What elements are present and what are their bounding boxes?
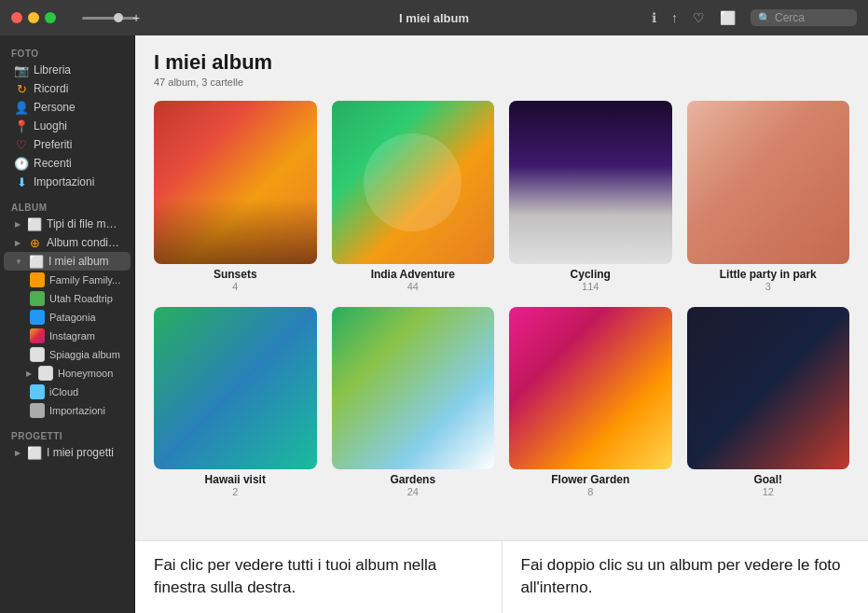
search-box[interactable]: 🔍 xyxy=(751,9,857,26)
sidebar-label-family: Family Family... xyxy=(49,274,120,286)
album-count-gardens: 24 xyxy=(332,486,495,497)
album-thumbnail-party xyxy=(687,101,850,264)
photo-icon: 📷 xyxy=(15,63,28,77)
album-thumb-utah xyxy=(30,291,45,306)
album-item-flower[interactable]: Flower Garden 8 xyxy=(509,307,672,498)
places-icon: 📍 xyxy=(15,119,28,132)
mediatype-icon: ⬜ xyxy=(28,217,41,230)
sidebar-item-ricordi[interactable]: ↻ Ricordi xyxy=(4,79,131,98)
zoom-slider[interactable]: + xyxy=(82,10,140,25)
sidebar-item-shared[interactable]: ▶ ⊕ Album condivisi xyxy=(4,233,131,252)
sidebar-item-family[interactable]: Family Family... xyxy=(4,271,131,289)
sidebar-label-spiaggia: Spiaggia album xyxy=(49,349,120,360)
sidebar-label-patagonia: Patagonia xyxy=(49,312,96,323)
section-foto-label: Foto xyxy=(0,43,134,61)
album-item-cycling[interactable]: Cycling 114 xyxy=(509,101,672,292)
album-item-sunsets[interactable]: Sunsets 4 xyxy=(154,101,317,292)
album-count-sunsets: 4 xyxy=(154,281,317,292)
sidebar-item-spiaggia[interactable]: Spiaggia album xyxy=(4,345,131,364)
chevron-down-icon: ▼ xyxy=(15,258,22,266)
titlebar-actions: ℹ ↑ ♡ ⬜ 🔍 xyxy=(652,9,857,26)
sidebar-item-libreria[interactable]: 📷 Libreria xyxy=(4,61,131,79)
sidebar-label-importazioni-foto: Importazioni xyxy=(34,175,123,188)
annotations-bar: Fai clic per vedere tutti i tuoi album n… xyxy=(135,540,868,613)
favorite-icon[interactable]: ♡ xyxy=(693,10,705,25)
slider-thumb[interactable] xyxy=(114,13,123,22)
sidebar-label-luoghi: Luoghi xyxy=(34,119,123,132)
annotation-left: Fai clic per vedere tutti i tuoi album n… xyxy=(135,541,503,613)
album-thumbnail-gardens xyxy=(332,307,495,470)
add-album-icon[interactable]: ⬜ xyxy=(720,10,736,25)
section-album-label: Album xyxy=(0,197,134,215)
sidebar-item-patagonia[interactable]: Patagonia xyxy=(4,308,131,327)
sidebar: Foto 📷 Libreria ↻ Ricordi 👤 Persone 📍 Lu… xyxy=(0,35,135,613)
annotation-right: Fai doppio clic su un album per vedere l… xyxy=(503,541,869,613)
album-name-gardens: Gardens xyxy=(332,473,495,486)
album-thumbnail-goal xyxy=(687,307,850,470)
sidebar-item-miei-album[interactable]: ▼ ⬜ I miei album xyxy=(4,252,131,271)
album-item-goal[interactable]: Goal! 12 xyxy=(687,307,850,498)
album-item-party[interactable]: Little party in park 3 xyxy=(687,101,850,292)
album-thumb-spiaggia xyxy=(30,347,45,362)
search-input[interactable] xyxy=(775,11,849,24)
sidebar-item-preferiti[interactable]: ♡ Preferiti xyxy=(4,135,131,154)
projects-icon: ⬜ xyxy=(28,446,41,459)
album-thumbnail-flower xyxy=(509,307,672,470)
album-item-gardens[interactable]: Gardens 24 xyxy=(332,307,495,498)
album-thumb-importazioni xyxy=(30,403,45,418)
sidebar-label-instagram: Instagram xyxy=(49,330,95,341)
people-icon: 👤 xyxy=(15,101,28,114)
album-thumb-family xyxy=(30,272,45,287)
sidebar-label-miei-album: I miei album xyxy=(48,255,123,268)
album-count-hawaii: 2 xyxy=(154,486,317,497)
album-item-hawaii[interactable]: Hawaii visit 2 xyxy=(154,307,317,498)
sidebar-label-progetti: I miei progetti xyxy=(47,446,123,459)
album-name-india: India Adventure xyxy=(332,268,495,281)
chevron-right-icon2: ▶ xyxy=(15,239,21,247)
sidebar-item-importazioni-foto[interactable]: ⬇ Importazioni xyxy=(4,173,131,191)
close-button[interactable] xyxy=(11,12,22,23)
main-layout: Foto 📷 Libreria ↻ Ricordi 👤 Persone 📍 Lu… xyxy=(0,35,868,613)
album-count-party: 3 xyxy=(687,281,850,292)
sidebar-label-shared: Album condivisi xyxy=(47,236,123,249)
info-icon[interactable]: ℹ xyxy=(652,10,656,25)
album-name-cycling: Cycling xyxy=(509,268,672,281)
sidebar-label-recenti: Recenti xyxy=(34,157,123,170)
album-thumb-honeymoon xyxy=(38,366,53,381)
shared-album-icon: ⊕ xyxy=(28,236,41,249)
sidebar-item-icloud[interactable]: iCloud xyxy=(4,383,131,401)
share-icon[interactable]: ↑ xyxy=(671,10,678,25)
recents-icon: 🕐 xyxy=(15,157,28,170)
my-albums-icon: ⬜ xyxy=(30,255,43,268)
sidebar-item-instagram[interactable]: Instagram xyxy=(4,327,131,345)
sidebar-item-progetti[interactable]: ▶ ⬜ I miei progetti xyxy=(4,443,131,462)
album-grid: Sunsets 4 India Adventure 44 Cycling 114 xyxy=(154,101,849,497)
album-thumb-instagram xyxy=(30,328,45,343)
fullscreen-button[interactable] xyxy=(45,12,56,23)
slider-track xyxy=(82,17,138,20)
traffic-lights xyxy=(11,12,56,23)
window-title: I miei album xyxy=(399,11,469,25)
sidebar-label-utah: Utah Roadtrip xyxy=(49,293,113,304)
minimize-button[interactable] xyxy=(28,12,39,23)
sidebar-item-recenti[interactable]: 🕐 Recenti xyxy=(4,154,131,173)
search-icon: 🔍 xyxy=(758,12,771,24)
album-item-india[interactable]: India Adventure 44 xyxy=(332,101,495,292)
sidebar-item-importazioni2[interactable]: Importazioni xyxy=(4,401,131,420)
sidebar-item-utah[interactable]: Utah Roadtrip xyxy=(4,289,131,308)
sidebar-label-libreria: Libreria xyxy=(34,63,123,77)
slider-plus-icon: + xyxy=(132,10,140,25)
titlebar: + I miei album ℹ ↑ ♡ ⬜ 🔍 xyxy=(0,0,868,35)
sidebar-label-ricordi: Ricordi xyxy=(34,82,123,95)
sidebar-item-honeymoon[interactable]: ▶ Honeymoon xyxy=(4,364,131,383)
album-thumbnail-india xyxy=(332,101,495,264)
sidebar-item-luoghi[interactable]: 📍 Luoghi xyxy=(4,117,131,135)
sidebar-item-tipi[interactable]: ▶ ⬜ Tipi di file multi... xyxy=(4,215,131,233)
sidebar-label-icloud: iCloud xyxy=(49,386,78,397)
chevron-right-icon: ▶ xyxy=(15,220,21,229)
sidebar-item-persone[interactable]: 👤 Persone xyxy=(4,98,131,117)
album-name-flower: Flower Garden xyxy=(509,473,672,486)
album-thumb-patagonia xyxy=(30,310,45,325)
chevron-right-icon3: ▶ xyxy=(26,369,32,378)
album-count-label: 47 album, 3 cartelle xyxy=(154,77,849,88)
